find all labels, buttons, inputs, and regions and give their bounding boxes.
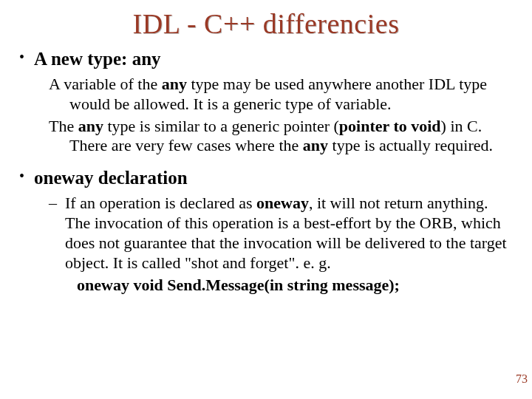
bold-run: pointer to void [339,117,441,135]
sub-bullet-list: If an operation is declared as oneway, i… [49,194,513,273]
text-run: A variable of the [49,75,162,93]
code-example: oneway void Send.Message(in string messa… [77,276,513,295]
page-number: 73 [516,372,528,386]
bullet-list: A new type: any A variable of the any ty… [19,47,513,295]
text-run: If an operation is declared as [65,194,256,212]
section-oneway: oneway declaration If an operation is de… [19,166,513,296]
paragraph: The any type is similar to a generic poi… [49,117,513,156]
slide-title: IDL - C++ differencies [19,7,513,40]
section-any-body: A variable of the any type may be used a… [49,75,513,156]
bold-run: any [303,136,328,154]
text-run: The [49,117,78,135]
paragraph: A variable of the any type may be used a… [49,75,513,114]
section-any: A new type: any A variable of the any ty… [19,47,513,156]
bold-run: any [162,75,187,93]
bold-run: oneway [256,194,309,212]
section-heading-any: A new type: any [34,47,513,70]
text-run: type is similar to a generic pointer ( [103,117,339,135]
slide: IDL - C++ differencies A new type: any A… [0,0,532,399]
section-heading-oneway: oneway declaration [34,166,513,189]
bold-run: any [78,117,103,135]
sub-bullet-item: If an operation is declared as oneway, i… [49,194,513,273]
text-run: type is actually required. [328,136,493,154]
